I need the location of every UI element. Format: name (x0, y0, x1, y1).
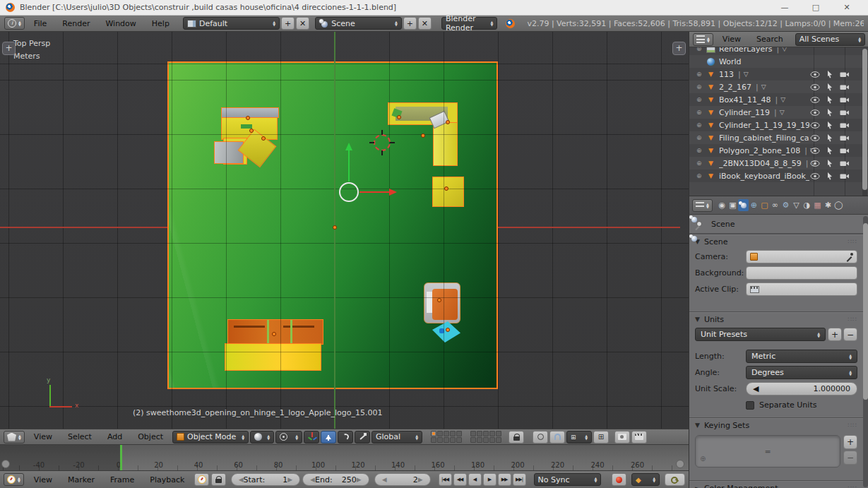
tab-particles[interactable]: ✱ (823, 199, 833, 211)
visibility-eye-icon[interactable] (810, 135, 820, 141)
layer-cell[interactable] (450, 437, 456, 443)
manipulator-center[interactable] (339, 182, 359, 202)
object-name[interactable]: Cylinder_119 (719, 108, 770, 117)
visibility-eye-icon[interactable] (810, 97, 820, 103)
object-name[interactable]: _2BNX13D04_8_8_59 (719, 159, 802, 168)
renderability-camera-icon[interactable] (840, 122, 849, 129)
tab-render-layers[interactable]: ▣ (727, 199, 738, 211)
tab-object[interactable]: ▢ (759, 199, 770, 211)
tab-world[interactable]: ⊕ (749, 199, 759, 211)
visibility-eye-icon[interactable] (810, 160, 820, 167)
editor-type-selector[interactable]: ▲▼ (4, 473, 24, 486)
renderability-camera-icon[interactable] (840, 109, 849, 116)
menu-item[interactable]: Playback (142, 475, 192, 484)
object-name[interactable]: 2_2_167 (719, 83, 751, 92)
113[interactable]: ⊕ 113 |▽ (689, 68, 868, 81)
expand-icon[interactable]: ⊕ (696, 134, 706, 141)
layer-cell[interactable] (496, 437, 501, 443)
current-frame-field[interactable]: ◀ 2 ▶ (374, 473, 431, 486)
renderability-camera-icon[interactable] (840, 135, 849, 141)
snap-element-selector[interactable]: ⊞▲▼ (566, 431, 592, 444)
scene-sofa-front[interactable] (225, 343, 321, 371)
selectability-cursor-icon[interactable] (826, 159, 833, 167)
layer-cell[interactable] (483, 431, 489, 436)
layer-cell[interactable] (456, 431, 462, 436)
renderability-camera-icon[interactable] (840, 97, 849, 103)
frame-start-field[interactable]: ◀ Start: 1 ▶ (231, 473, 300, 486)
renderability-camera-icon[interactable] (840, 160, 849, 167)
selectability-cursor-icon[interactable] (826, 83, 833, 91)
rotate-manipulator-button[interactable] (338, 431, 353, 444)
scene-armchair-cushion[interactable] (432, 289, 458, 320)
object-origin[interactable] (446, 328, 450, 332)
renderability-camera-icon[interactable] (840, 148, 849, 154)
snap-target-button[interactable]: ⊞ (593, 431, 609, 444)
manipulator-x-arrow[interactable] (359, 191, 393, 193)
object-origin[interactable] (444, 186, 448, 191)
visibility-eye-icon[interactable] (810, 173, 820, 179)
visibility-eye-icon[interactable] (810, 122, 820, 129)
menu-item[interactable]: Render (54, 19, 97, 28)
layer-cell[interactable] (456, 437, 462, 443)
expand-icon[interactable]: ⊕ (696, 96, 706, 103)
camera-field[interactable] (746, 250, 857, 263)
menu-item[interactable]: Help (144, 19, 177, 28)
layer-cell[interactable] (483, 437, 489, 443)
unit-presets-dropdown[interactable]: Unit Presets▲▼ (695, 328, 826, 341)
add-keying-set-button[interactable]: + (843, 435, 857, 449)
selectability-cursor-icon[interactable] (826, 108, 833, 117)
expand-icon[interactable]: ⊕ (696, 47, 706, 52)
expand-icon[interactable]: ⊕ (696, 121, 706, 129)
renderability-camera-icon[interactable] (840, 71, 849, 78)
transport-button[interactable]: ▶▶ (498, 473, 511, 486)
scene-selector[interactable]: Scene ▲▼ (315, 17, 402, 30)
delete-layout-button[interactable]: ✕ (296, 17, 309, 30)
menu-item[interactable]: View (26, 432, 60, 441)
tab-object-data[interactable]: ▽ (791, 199, 802, 211)
color-management-header[interactable]: ►Color Management∷∷ (689, 481, 863, 488)
active-keying-set-field[interactable] (665, 473, 685, 486)
separate-units-checkbox[interactable] (746, 401, 754, 410)
2_2_167[interactable]: ⊕ 2_2_167 |▽ (689, 81, 868, 93)
object-origin[interactable] (421, 133, 425, 138)
menu-item[interactable]: Add (100, 432, 130, 441)
menu-item[interactable]: Select (60, 432, 100, 441)
layer-cell[interactable] (496, 431, 501, 436)
keying-set-selector[interactable]: ◆▲▼ (631, 473, 660, 486)
proportional-edit-button[interactable] (533, 431, 548, 444)
layer-cell[interactable] (489, 437, 495, 443)
viewport-shading-selector[interactable]: ▲▼ (250, 431, 274, 444)
viewport-3d[interactable]: Top Persp Meters (2) sweethome3d_opening… (0, 32, 689, 429)
transport-button[interactable]: |◀◀ (439, 473, 452, 486)
object-origin[interactable] (261, 136, 266, 141)
transform-orientation-selector[interactable]: Global▲▼ (371, 431, 422, 444)
menu-item[interactable]: Window (97, 19, 143, 28)
timeline-scroller-right[interactable] (676, 460, 684, 468)
Filing_cabinet_Filing_cabinet[interactable]: ⊕ Filing_cabinet_Filing_cabinet |▽ (689, 131, 868, 144)
opengl-render-button[interactable] (614, 431, 630, 444)
scale-manipulator-button[interactable] (355, 431, 370, 444)
tab-modifiers[interactable]: ⚙ (780, 199, 791, 211)
expand-icon[interactable]: ⊕ (696, 83, 706, 90)
layers-group-2[interactable] (470, 431, 501, 443)
menu-item[interactable]: View (715, 35, 749, 44)
lock-frame-button[interactable] (211, 473, 226, 486)
delete-scene-button[interactable]: ✕ (418, 17, 432, 30)
background-field[interactable] (746, 266, 857, 280)
object-origin[interactable] (272, 332, 276, 336)
lock-to-scene-button[interactable] (509, 431, 524, 444)
scene-file-cabinet[interactable] (214, 141, 244, 164)
selectability-cursor-icon[interactable] (826, 70, 833, 78)
object-origin[interactable] (249, 129, 254, 133)
World[interactable]: ⊕ World |▽ (689, 55, 868, 68)
autokey-record-button[interactable] (194, 473, 209, 486)
scene-desk-left-top[interactable] (221, 107, 279, 118)
menu-item[interactable]: Frame (102, 475, 142, 484)
_2BNX13D04_8_8_59[interactable]: ⊕ _2BNX13D04_8_8_59 |▽ (689, 157, 868, 169)
tab-physics[interactable]: ◯ (833, 199, 844, 211)
object-name[interactable]: Polygon_2_bone_108 (719, 146, 800, 155)
layer-cell[interactable] (444, 437, 449, 443)
tab-scene[interactable] (738, 199, 749, 211)
transport-button[interactable]: ▶▶| (513, 473, 526, 486)
maximize-button[interactable]: □ (800, 3, 831, 12)
